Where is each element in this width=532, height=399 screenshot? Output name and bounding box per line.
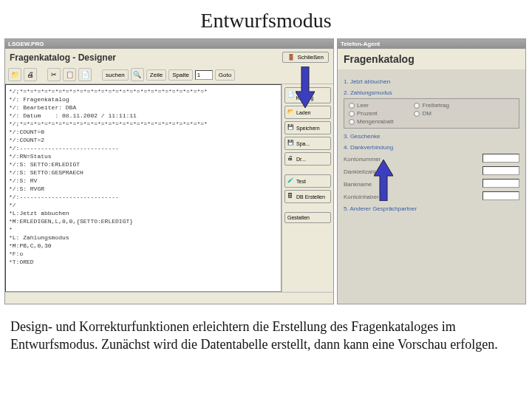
radio-icon — [349, 111, 355, 117]
section-5-label: 5. Anderer Gesprächpartner — [344, 205, 519, 212]
speichern-button[interactable]: 💾Speichern — [284, 121, 331, 134]
save-icon: 💾 — [287, 124, 295, 132]
close-label: Schließen — [297, 54, 324, 61]
radio-prozent-label: Prozent — [357, 110, 378, 117]
kontoinhaber-input[interactable] — [482, 191, 519, 200]
arrow-up-icon — [374, 160, 393, 201]
spa-label: Spa... — [296, 141, 310, 146]
line-input[interactable] — [195, 70, 213, 80]
section-4-label: 4. Dankverbindung — [344, 144, 519, 151]
print-icon: 🖨 — [287, 155, 295, 163]
radio-icon — [414, 103, 420, 109]
radio-leer[interactable]: Leer — [349, 102, 393, 109]
test-label: Test — [296, 179, 306, 184]
statusbar — [5, 292, 333, 304]
tool-paste-icon[interactable]: 📄 — [78, 68, 92, 81]
radio-dm-label: DM — [422, 110, 431, 117]
tool-cut-icon[interactable]: ✂ — [47, 68, 61, 81]
dr-button[interactable]: 🖨Dr... — [284, 152, 331, 166]
slide-title: Entwurfsmodus — [0, 0, 532, 38]
tool-find-icon[interactable]: 🔍 — [131, 68, 144, 81]
new-icon: 📄 — [287, 92, 295, 99]
gestalten-button[interactable]: Gestalten — [284, 212, 331, 223]
radio-dm[interactable]: DM — [414, 110, 449, 117]
spalte-label: Spalte — [168, 69, 193, 81]
bankname-row: Bankname — [344, 178, 519, 188]
preview-header-text: Fragenkatalog — [344, 53, 415, 65]
designer-app-titlebar: Fragenkatalog - Designer 🚪 Schließen — [5, 49, 333, 66]
radio-icon — [349, 103, 355, 109]
tool-folder-icon[interactable]: 📁 — [8, 68, 21, 81]
toolbar: 📁 🖨 ✂ 📋 📄 suchen 🔍 Zeile Spalte Goto — [5, 66, 333, 84]
door-icon: 🚪 — [287, 54, 295, 61]
code-editor[interactable]: */;*=*=*=*=*=*=*=*=*=*=*=*=*=*=*=*=*=*=*… — [5, 84, 282, 292]
radio-leer-label: Leer — [357, 102, 369, 109]
speichern-label: Speichern — [296, 126, 320, 131]
side-panel: 📄Neuer Katalog 📂Laden 💾Speichern 💾Spa...… — [282, 84, 333, 292]
tool-copy-icon[interactable]: 📋 — [63, 68, 76, 81]
dankleitzahl-input[interactable] — [482, 166, 519, 175]
test-button[interactable]: 🧪Test — [284, 174, 331, 188]
kontonummer-input[interactable] — [482, 154, 519, 163]
zahlungsmodus-group: Leer Prozent Mengenrabatt Freibetrag DM — [344, 98, 519, 129]
designer-app-title: Fragenkatalog - Designer — [10, 52, 116, 63]
dankleitzahl-label: Dankleitzahl — [344, 168, 376, 175]
radio-mengenrabatt-label: Mengenrabatt — [357, 118, 393, 125]
laden-label: Laden — [296, 110, 310, 115]
kontonummer-row: Kontonummer — [344, 153, 519, 163]
radio-icon — [414, 111, 420, 117]
radio-mengenrabatt[interactable]: Mengenrabatt — [349, 118, 393, 125]
radio-freibetrag-label: Freibetrag — [422, 102, 449, 109]
section-3-label: 3. Geschenke — [344, 133, 519, 140]
saveas-icon: 💾 — [287, 140, 295, 147]
radio-icon — [349, 119, 355, 125]
zeile-label: Zeile — [146, 69, 166, 81]
preview-window: Telefon-Agent Fragenkatalog 1. Jetzt abb… — [337, 38, 526, 304]
designer-window: LSGEW.PRG Fragenkatalog - Designer 🚪 Sch… — [4, 38, 334, 304]
db-erstellen-label: DB Erstellen — [296, 194, 325, 200]
designer-window-title: LSGEW.PRG — [5, 39, 333, 49]
content-row: LSGEW.PRG Fragenkatalog - Designer 🚪 Sch… — [0, 38, 532, 304]
close-button[interactable]: 🚪 Schließen — [282, 52, 329, 63]
section-2-label: 2. Zahlungsmodus — [344, 89, 519, 96]
goto-button[interactable]: Goto — [215, 69, 235, 81]
dr-label: Dr... — [296, 157, 306, 162]
radio-freibetrag[interactable]: Freibetrag — [414, 102, 449, 109]
preview-window-title: Telefon-Agent — [338, 39, 525, 49]
dankleitzahl-row: Dankleitzahl — [344, 166, 519, 176]
kontoinhaber-row: Kontoinhaber — [344, 191, 519, 201]
bankname-label: Bankname — [344, 181, 372, 188]
search-button[interactable]: suchen — [102, 69, 129, 81]
bankname-input[interactable] — [482, 179, 519, 188]
arrow-down-icon — [296, 66, 315, 108]
spa-button[interactable]: 💾Spa... — [284, 137, 331, 150]
gestalten-label: Gestalten — [287, 215, 310, 220]
preview-header: Fragenkatalog — [338, 49, 525, 69]
open-icon: 📂 — [287, 109, 295, 116]
db-erstellen-button[interactable]: 🗄DB Erstellen — [284, 190, 331, 203]
section-1-label: 1. Jetzt abbuchen — [344, 78, 519, 85]
slide-caption: Design- und Korrekturfunktionen erleicht… — [0, 304, 532, 360]
preview-form: 1. Jetzt abbuchen 2. Zahlungsmodus Leer … — [338, 69, 525, 304]
tool-print-icon[interactable]: 🖨 — [24, 68, 37, 81]
radio-prozent[interactable]: Prozent — [349, 110, 393, 117]
test-icon: 🧪 — [287, 177, 295, 185]
db-icon: 🗄 — [287, 193, 295, 200]
